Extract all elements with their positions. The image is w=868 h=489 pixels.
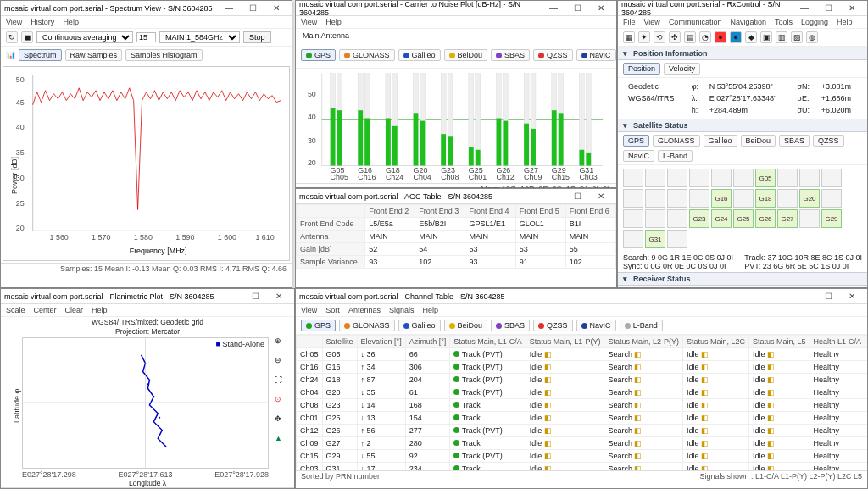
- max-button[interactable]: ☐: [241, 2, 264, 15]
- table-row[interactable]: Ch12G26↑ 56277 Track (PVT)Idle ◧Search ◧…: [297, 425, 868, 437]
- sat-cell[interactable]: [799, 169, 820, 187]
- rx-ico13[interactable]: ◍: [806, 31, 818, 43]
- plan-titlebar[interactable]: mosaic virtual com port.serial - Planime…: [1, 289, 294, 304]
- sat-cell[interactable]: [689, 189, 709, 208]
- menu-file[interactable]: File: [623, 18, 636, 26]
- menu-tools[interactable]: Tools: [775, 18, 793, 26]
- close-button[interactable]: ✕: [589, 2, 613, 15]
- rx-section-pos[interactable]: Position Information: [618, 47, 867, 60]
- tab-spectrum[interactable]: Spectrum: [19, 49, 62, 61]
- sat-cell[interactable]: G25: [733, 209, 754, 228]
- rx-ico11[interactable]: ▥: [776, 31, 787, 43]
- menu-sort[interactable]: Sort: [326, 306, 340, 314]
- tab-gps[interactable]: GPS: [301, 49, 336, 61]
- max-button[interactable]: ☐: [816, 2, 840, 15]
- menu-help[interactable]: Help: [326, 18, 342, 26]
- table-row[interactable]: Ch01G25↓ 13154 TrackIdle ◧Search ◧Idle ◧…: [297, 412, 868, 425]
- max-button[interactable]: ☐: [816, 290, 840, 303]
- sat-cell[interactable]: G27: [777, 209, 798, 228]
- table-row[interactable]: Ch16G16↑ 34306 Track (PVT)Idle ◧Search ◧…: [297, 361, 868, 374]
- menu-view[interactable]: View: [6, 18, 22, 26]
- rx-ico10[interactable]: ▣: [760, 31, 772, 43]
- table-row[interactable]: Ch05G05↓ 3666 Track (PVT)Idle ◧Search ◧I…: [297, 348, 868, 361]
- rx-ico2[interactable]: ✦: [638, 31, 650, 43]
- close-button[interactable]: ✕: [840, 2, 864, 15]
- menu-logging[interactable]: Logging: [801, 18, 828, 26]
- min-button[interactable]: —: [793, 290, 816, 303]
- stop-button[interactable]: Stop: [243, 31, 271, 43]
- sat-cell[interactable]: [667, 169, 687, 187]
- avg-n-input[interactable]: [136, 32, 156, 42]
- max-button[interactable]: ☐: [565, 2, 589, 15]
- sat-cell[interactable]: G05: [755, 169, 776, 187]
- menu-ant[interactable]: Antennas: [348, 306, 381, 314]
- min-button[interactable]: —: [793, 2, 816, 15]
- sat-cell[interactable]: [623, 189, 643, 208]
- channel-titlebar[interactable]: mosaic virtual com port.serial - Channel…: [296, 289, 867, 304]
- sat-cell[interactable]: G16: [711, 189, 732, 208]
- menu-history[interactable]: History: [31, 18, 54, 26]
- min-button[interactable]: —: [542, 2, 565, 15]
- tab-beidou[interactable]: BeiDou: [444, 49, 488, 61]
- min-button[interactable]: —: [220, 290, 243, 303]
- sat-cell[interactable]: [623, 169, 643, 187]
- rx-ico4[interactable]: ✣: [669, 31, 681, 43]
- band-select[interactable]: MAIN 1_584GHz: [159, 31, 240, 43]
- table-row[interactable]: Ch03G31↓ 17234 TrackIdle ◧Search ◧Idle ◧…: [297, 463, 868, 471]
- sat-cell[interactable]: [645, 189, 665, 208]
- rx-ico12[interactable]: ▧: [791, 31, 803, 43]
- sat-cell[interactable]: [777, 189, 798, 208]
- tab-glonass[interactable]: GLONASS: [339, 320, 395, 331]
- rx-ico9[interactable]: ◆: [745, 31, 757, 43]
- sat-cell[interactable]: G29: [821, 209, 842, 228]
- sat-tab-qzss[interactable]: QZSS: [813, 135, 844, 147]
- max-button[interactable]: ☐: [565, 190, 589, 203]
- sat-cell[interactable]: [667, 189, 687, 208]
- reload-icon[interactable]: ↻: [6, 31, 18, 43]
- sat-tab-galileo[interactable]: Galileo: [704, 135, 737, 147]
- close-button[interactable]: ✕: [589, 190, 613, 203]
- table-row[interactable]: Ch15G29↓ 5592 Track (PVT)Idle ◧Search ◧I…: [297, 450, 868, 463]
- stop-icon[interactable]: ◼: [21, 31, 33, 43]
- zoomin-icon[interactable]: ⊕: [275, 336, 292, 353]
- tab-glonass[interactable]: GLONASS: [339, 49, 395, 61]
- tab-qzss[interactable]: QZSS: [533, 320, 573, 331]
- menu-center[interactable]: Center: [34, 306, 57, 314]
- sat-cell[interactable]: [645, 209, 665, 228]
- pan-icon[interactable]: ✥: [275, 414, 292, 431]
- sat-cell[interactable]: [821, 189, 842, 208]
- sat-tab-glonass[interactable]: GLONASS: [653, 135, 700, 147]
- table-row[interactable]: Ch04G20↓ 3561 Track (PVT)Idle ◧Search ◧I…: [297, 386, 868, 399]
- sat-cell[interactable]: G23: [689, 209, 709, 228]
- tab-gps[interactable]: GPS: [301, 320, 336, 331]
- max-button[interactable]: ☐: [243, 290, 267, 303]
- rx-ico7[interactable]: ●: [715, 31, 726, 43]
- table-row[interactable]: Ch08G23↓ 14168 TrackIdle ◧Search ◧Idle ◧…: [297, 399, 868, 412]
- sat-cell[interactable]: [799, 209, 820, 228]
- menu-scale[interactable]: Scale: [6, 306, 25, 314]
- sat-cell[interactable]: [711, 169, 732, 187]
- menu-help[interactable]: Help: [422, 306, 438, 314]
- target-icon[interactable]: ⊙: [275, 395, 292, 412]
- sat-cell[interactable]: [733, 169, 754, 187]
- table-row[interactable]: Ch24G18↑ 87204 Track (PVT)Idle ◧Search ◧…: [297, 374, 868, 386]
- spectrum-titlebar[interactable]: mosaic virtual com port.serial - Spectru…: [1, 1, 292, 16]
- sat-cell[interactable]: [689, 169, 709, 187]
- tab-raw[interactable]: Raw Samples: [65, 49, 123, 61]
- tab-navic[interactable]: NavIC: [576, 49, 616, 61]
- fit-icon[interactable]: ⛶: [275, 375, 292, 392]
- tab-hist[interactable]: Samples Histogram: [125, 49, 203, 61]
- up-icon[interactable]: ▲: [275, 434, 292, 451]
- tab-galileo[interactable]: Galileo: [398, 49, 441, 61]
- rx-ico1[interactable]: ▦: [623, 31, 635, 43]
- sat-cell[interactable]: [667, 209, 687, 228]
- close-button[interactable]: ✕: [840, 290, 864, 303]
- sat-tab-gps[interactable]: GPS: [623, 135, 649, 147]
- tab-l-band[interactable]: L-Band: [620, 320, 663, 331]
- sat-tab-beidou[interactable]: BeiDou: [741, 135, 776, 147]
- menu-help[interactable]: Help: [92, 306, 108, 314]
- rx-ico6[interactable]: ◔: [699, 31, 711, 43]
- tab-sbas[interactable]: SBAS: [491, 320, 530, 331]
- menu-navigation[interactable]: Navigation: [730, 18, 766, 26]
- sat-cell[interactable]: [821, 169, 842, 187]
